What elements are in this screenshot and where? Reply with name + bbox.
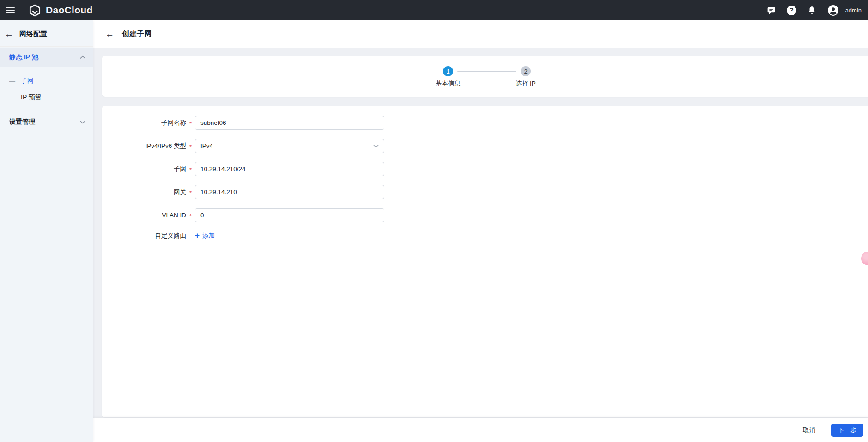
hamburger-menu-icon[interactable]: [6, 7, 15, 13]
sidebar-group-label: 设置管理: [9, 118, 35, 126]
sidebar-group-label: 静态 IP 池: [9, 53, 38, 61]
step-2-label: 选择 IP: [498, 80, 553, 88]
brand-name: DaoCloud: [46, 5, 93, 16]
required-asterisk: *: [186, 188, 195, 196]
sidebar-title: 网络配置: [19, 30, 47, 38]
sidebar-divider: [0, 46, 93, 47]
sidebar-item-label: 子网: [21, 77, 34, 85]
ip-type-select[interactable]: IPv4: [195, 139, 384, 153]
footer-action-bar: 取消 下一步: [93, 418, 868, 442]
form-row-ip-type: IPv4/IPv6 类型 * IPv4: [102, 139, 868, 153]
sidebar-item-subnet[interactable]: — 子网: [0, 74, 93, 87]
form-row-subnet-name: 子网名称 *: [102, 116, 868, 130]
cancel-button[interactable]: 取消: [800, 426, 818, 435]
help-icon[interactable]: ?: [787, 5, 797, 15]
step-2-circle: 2: [521, 66, 531, 76]
page-title: 创建子网: [122, 29, 152, 39]
field-label: VLAN ID: [102, 212, 186, 219]
chevron-down-icon: [80, 120, 85, 124]
add-route-button[interactable]: + 添加: [195, 232, 215, 240]
chevron-up-icon: [80, 55, 85, 59]
gateway-input[interactable]: [195, 185, 384, 199]
sidebar-item-label: IP 预留: [21, 93, 42, 102]
chevron-down-icon: [373, 144, 379, 148]
messages-icon[interactable]: [766, 5, 777, 15]
sidebar-group-static-ip-pool[interactable]: 静态 IP 池: [0, 48, 93, 67]
topbar: DaoCloud ? admin: [0, 0, 868, 20]
sidebar-back-arrow-icon[interactable]: ←: [5, 30, 13, 38]
step-connector-line: [457, 71, 516, 72]
form-row-custom-route: 自定义路由 + 添加: [102, 231, 868, 240]
next-step-button[interactable]: 下一步: [831, 424, 863, 437]
field-label: 自定义路由: [102, 232, 186, 240]
daocloud-cube-icon: [29, 4, 41, 17]
subnet-cidr-input[interactable]: [195, 162, 384, 176]
sidebar-group-settings[interactable]: 设置管理: [0, 112, 93, 132]
vlan-id-input[interactable]: [195, 208, 384, 222]
main-content: ← 创建子网 1 2 基本信息 选择 IP 子网名称 * IPv4/IPv6 类…: [93, 20, 868, 442]
form-row-vlan-id: VLAN ID *: [102, 208, 868, 222]
sidebar: ← 网络配置 静态 IP 池 — 子网 — IP 预留 设置管理: [0, 20, 93, 442]
step-1-circle: 1: [443, 66, 453, 76]
required-asterisk: *: [186, 119, 195, 127]
field-label: IPv4/IPv6 类型: [102, 142, 186, 150]
sidebar-item-ip-reservation[interactable]: — IP 预留: [0, 91, 93, 104]
form-card: 子网名称 * IPv4/IPv6 类型 * IPv4 子网: [102, 106, 868, 417]
form-row-gateway: 网关 *: [102, 185, 868, 199]
brand-logo[interactable]: DaoCloud: [29, 4, 93, 17]
plus-icon: +: [195, 232, 200, 239]
required-asterisk: *: [186, 211, 195, 220]
field-label: 子网: [102, 165, 186, 173]
stepper-card: 1 2 基本信息 选择 IP: [102, 56, 868, 97]
field-label: 子网名称: [102, 119, 186, 127]
field-label: 网关: [102, 188, 186, 196]
page-back-arrow-icon[interactable]: ←: [105, 30, 114, 38]
page-header: ← 创建子网: [93, 20, 868, 48]
subnet-name-input[interactable]: [195, 116, 384, 130]
dash-icon: —: [9, 95, 15, 101]
ip-type-selected-value: IPv4: [200, 142, 213, 149]
notifications-bell-icon[interactable]: [807, 5, 817, 15]
step-1-label: 基本信息: [420, 80, 476, 88]
form-row-subnet-cidr: 子网 *: [102, 162, 868, 176]
required-asterisk: *: [186, 142, 195, 150]
username-label[interactable]: admin: [845, 7, 862, 14]
avatar[interactable]: [827, 5, 839, 16]
add-route-label: 添加: [202, 232, 215, 240]
dash-icon: —: [9, 78, 15, 84]
required-asterisk: *: [186, 165, 195, 173]
